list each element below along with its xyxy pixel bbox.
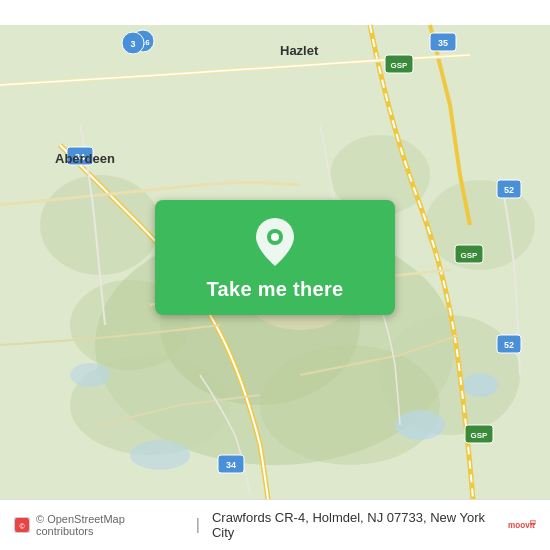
svg-text:35: 35: [438, 38, 448, 48]
svg-rect-43: [531, 520, 535, 523]
svg-text:GSP: GSP: [471, 431, 489, 440]
svg-text:3: 3: [130, 39, 135, 49]
map-container: 35 516 34 34 GSP GSP GSP 52 52 3: [0, 0, 550, 550]
svg-text:34: 34: [226, 460, 236, 470]
svg-point-10: [395, 410, 445, 440]
svg-point-12: [70, 363, 110, 387]
osm-logo: ©: [14, 517, 30, 533]
svg-point-44: [531, 524, 533, 526]
moovit-logo: moovit: [508, 511, 536, 539]
svg-point-8: [260, 345, 440, 465]
bottom-bar: © © OpenStreetMap contributors | Crawfor…: [0, 499, 550, 550]
svg-text:52: 52: [504, 340, 514, 350]
attribution-text: © OpenStreetMap contributors: [36, 513, 184, 537]
svg-text:52: 52: [504, 185, 514, 195]
svg-text:Aberdeen: Aberdeen: [55, 151, 115, 166]
svg-point-11: [462, 373, 498, 397]
location-pin-icon: [256, 218, 294, 270]
address-text: Crawfords CR-4, Holmdel, NJ 07733, New Y…: [212, 510, 508, 540]
take-me-there-button[interactable]: Take me there: [155, 200, 395, 315]
svg-point-45: [534, 524, 536, 526]
cta-button-label: Take me there: [207, 278, 344, 301]
svg-point-38: [271, 233, 279, 241]
svg-text:GSP: GSP: [461, 251, 479, 260]
svg-text:©: ©: [19, 523, 25, 530]
svg-point-13: [130, 440, 190, 470]
svg-text:Hazlet: Hazlet: [280, 43, 319, 58]
bottom-left-section: © © OpenStreetMap contributors | Crawfor…: [14, 510, 508, 540]
svg-text:GSP: GSP: [391, 61, 409, 70]
